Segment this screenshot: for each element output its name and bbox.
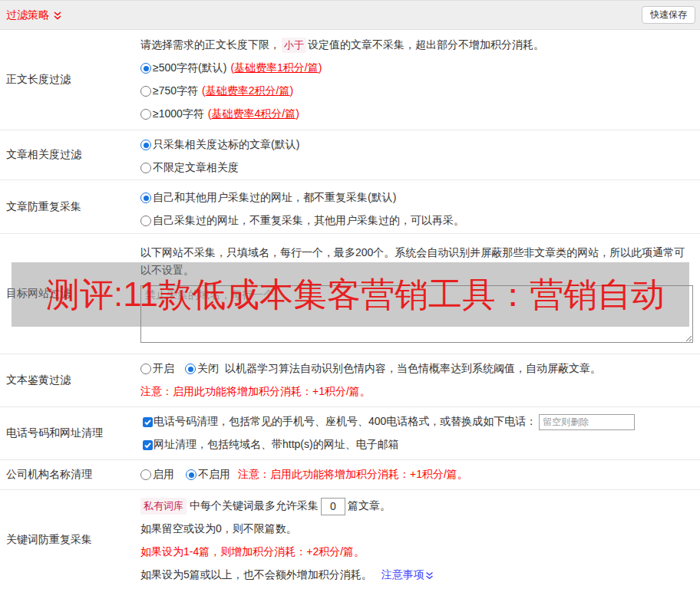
row-content-body-length: 请选择需求的正文长度下限， 小于 设定值的文章不采集，超出部分不增加积分消耗。 … — [134, 30, 700, 130]
row-label-org-name: 公司机构名称清理 — [0, 460, 134, 489]
row-phone-url-cleaning: 电话号码和网址清理 电话号码清理，包括常见的手机号、座机号、400电话格式，或替… — [0, 407, 700, 460]
length-option-1000-cost: (基础费率4积分/篇) — [208, 107, 299, 121]
porn-options-line: 开启 关闭 以机器学习算法自动识别色情内容，当色情概率达到系统阈值，自动屏蔽文章… — [140, 357, 695, 380]
org-option-on-label: 启用 — [153, 468, 174, 482]
porn-option-off-label: 关闭 — [197, 362, 219, 376]
dedup-option-all-label: 自己和其他用户采集过的网址，都不重复采集(默认) — [153, 191, 396, 205]
row-content-porn: 开启 关闭 以机器学习算法自动识别色情内容，当色情概率达到系统阈值，自动屏蔽文章… — [134, 354, 700, 406]
radio-750-chars[interactable] — [140, 86, 151, 97]
radio-relevance-strict[interactable] — [140, 140, 151, 150]
radio-dedup-own[interactable] — [140, 216, 151, 226]
target-site-description: 以下网站不采集，只填域名，每行一个，最多200个。系统会自动识别并屏蔽那些非文章… — [140, 244, 692, 279]
length-option-750-cost: (基础费率2积分/篇) — [202, 84, 293, 98]
length-option-750: ≥750字符 (基础费率2积分/篇) — [140, 80, 695, 103]
radio-dedup-all[interactable] — [140, 192, 151, 203]
dedup-option-own-label: 自己采集过的网址，不重复采集，其他用户采集过的，可以再采。 — [153, 214, 464, 228]
body-length-intro: 请选择需求的正文长度下限， 小于 设定值的文章不采集，超出部分不增加积分消耗。 — [140, 34, 695, 57]
length-option-500-label: ≥500字符(默认) — [153, 61, 226, 75]
keyword-note-five: 如果设为5篇或以上，也不会额外增加积分消耗。 — [140, 568, 372, 582]
porn-cost-note: 注意：启用此功能将增加积分消耗：+1积分/篇。 — [140, 380, 695, 403]
length-option-1000-label: ≥1000字符 — [153, 107, 204, 121]
row-label-keyword-dedup: 关键词防重复采集 — [0, 490, 134, 589]
row-target-site-filter: 目标网站过滤 以下网站不采集，只填域名，每行一个，最多200个。系统会自动识别并… — [0, 234, 700, 354]
row-label-body-length: 正文长度过滤 — [0, 30, 134, 130]
row-org-name-cleaning: 公司机构名称清理 启用 不启用 注意：启用此功能将增加积分消耗：+1积分/篇。 — [0, 460, 700, 490]
body-length-intro-post: 设定值的文章不采集，超出部分不增加积分消耗。 — [308, 38, 544, 52]
length-option-750-label: ≥750字符 — [153, 84, 198, 98]
relevance-option-strict: 只采集相关度达标的文章(默认) — [140, 133, 695, 156]
quick-save-button[interactable]: 快速保存 — [642, 6, 695, 24]
radio-org-off[interactable] — [186, 469, 196, 480]
keyword-limit-suffix: 篇文章。 — [348, 499, 391, 513]
body-length-intro-pre: 请选择需求的正文长度下限， — [140, 38, 280, 52]
relevance-option-any-label: 不限定文章相关度 — [153, 161, 239, 175]
radio-porn-off[interactable] — [185, 364, 196, 374]
chevron-double-down-icon — [425, 571, 434, 581]
row-content-keyword-dedup: 私有词库 中每个关键词最多允许采集 篇文章。 如果留空或设为0，则不限篇数。 如… — [134, 490, 700, 589]
keyword-limit-text: 中每个关键词最多允许采集 — [190, 499, 319, 513]
length-option-500-cost: (基础费率1积分/篇) — [230, 61, 322, 75]
less-than-tag: 小于 — [282, 38, 306, 53]
keyword-note-cost: 如果设为1-4篇，则增加积分消耗：+2积分/篇。 — [140, 541, 695, 564]
chevron-double-down-icon — [53, 11, 62, 21]
org-option-off-label: 不启用 — [198, 468, 230, 482]
length-option-500: ≥500字符(默认) (基础费率1积分/篇) — [140, 57, 695, 80]
url-clean-label: 网址清理，包括纯域名、带http(s)的网址、电子邮箱 — [154, 438, 399, 452]
row-label-dedup: 文章防重复采集 — [0, 180, 134, 233]
header-bar: 过滤策略 快速保存 — [0, 0, 700, 30]
row-content-target-site: 以下网站不采集，只填域名，每行一个，最多200个。系统会自动识别并屏蔽那些非文章… — [134, 234, 700, 354]
row-content-org-name: 启用 不启用 注意：启用此功能将增加积分消耗：+1积分/篇。 — [134, 460, 700, 489]
org-options-line: 启用 不启用 注意：启用此功能将增加积分消耗：+1积分/篇。 — [140, 463, 695, 486]
checkbox-phone-clean[interactable] — [143, 417, 153, 427]
check-icon — [144, 418, 152, 426]
row-dedup-filter: 文章防重复采集 自己和其他用户采集过的网址，都不重复采集(默认) 自己采集过的网… — [0, 180, 700, 234]
radio-porn-on[interactable] — [140, 364, 151, 374]
relevance-option-any: 不限定文章相关度 — [140, 156, 695, 179]
url-clean-line: 网址清理，包括纯域名、带http(s)的网址、电子邮箱 — [140, 433, 695, 456]
org-cost-note: 注意：启用此功能将增加积分消耗：+1积分/篇。 — [238, 468, 468, 482]
phone-clean-line: 电话号码清理，包括常见的手机号、座机号、400电话格式，或替换成如下电话： — [140, 410, 695, 433]
row-relevance-filter: 文章相关度过滤 只采集相关度达标的文章(默认) 不限定文章相关度 — [0, 130, 700, 180]
page-title[interactable]: 过滤策略 — [6, 8, 62, 22]
row-content-dedup: 自己和其他用户采集过的网址，都不重复采集(默认) 自己采集过的网址，不重复采集，… — [134, 180, 700, 233]
dedup-option-own: 自己采集过的网址，不重复采集，其他用户采集过的，可以再采。 — [140, 209, 695, 232]
notice-link-text: 注意事项 — [381, 568, 424, 582]
relevance-option-strict-label: 只采集相关度达标的文章(默认) — [153, 138, 299, 152]
keyword-note-five-line: 如果设为5篇或以上，也不会额外增加积分消耗。 注意事项 — [140, 564, 695, 587]
check-icon — [144, 441, 152, 449]
length-option-1000: ≥1000字符 (基础费率4积分/篇) — [140, 103, 695, 126]
notice-link[interactable]: 注意事项 — [381, 568, 434, 582]
row-content-relevance: 只采集相关度达标的文章(默认) 不限定文章相关度 — [134, 130, 700, 179]
radio-1000-chars[interactable] — [140, 109, 151, 120]
radio-relevance-any[interactable] — [140, 163, 151, 173]
porn-description: 以机器学习算法自动识别色情内容，当色情概率达到系统阈值，自动屏蔽文章。 — [225, 362, 601, 376]
row-keyword-dedup: 关键词防重复采集 私有词库 中每个关键词最多允许采集 篇文章。 如果留空或设为0… — [0, 490, 700, 589]
row-label-porn: 文本鉴黄过滤 — [0, 354, 134, 406]
keyword-note-zero: 如果留空或设为0，则不限篇数。 — [140, 518, 695, 541]
phone-clean-label: 电话号码清理，包括常见的手机号、座机号、400电话格式，或替换成如下电话： — [154, 415, 537, 429]
row-label-relevance: 文章相关度过滤 — [0, 130, 134, 179]
private-lexicon-tag[interactable]: 私有词库 — [140, 498, 187, 515]
row-label-target-site: 目标网站过滤 — [0, 234, 134, 354]
row-body-length-filter: 正文长度过滤 请选择需求的正文长度下限， 小于 设定值的文章不采集，超出部分不增… — [0, 30, 700, 130]
row-porn-filter: 文本鉴黄过滤 开启 关闭 以机器学习算法自动识别色情内容，当色情概率达到系统阈值… — [0, 354, 700, 407]
row-label-phone-url: 电话号码和网址清理 — [0, 407, 134, 459]
keyword-limit-line: 私有词库 中每个关键词最多允许采集 篇文章。 — [140, 495, 695, 518]
replacement-phone-input[interactable] — [539, 414, 635, 430]
checkbox-url-clean[interactable] — [143, 440, 153, 450]
blocked-domains-textarea[interactable] — [140, 285, 693, 343]
row-content-phone-url: 电话号码清理，包括常见的手机号、座机号、400电话格式，或替换成如下电话： 网址… — [134, 407, 700, 459]
porn-option-on-label: 开启 — [153, 362, 174, 376]
page-title-text: 过滤策略 — [6, 8, 49, 22]
keyword-limit-input[interactable] — [321, 498, 345, 515]
radio-org-on[interactable] — [140, 469, 151, 480]
dedup-option-all: 自己和其他用户采集过的网址，都不重复采集(默认) — [140, 186, 695, 209]
radio-500-chars[interactable] — [140, 63, 151, 74]
